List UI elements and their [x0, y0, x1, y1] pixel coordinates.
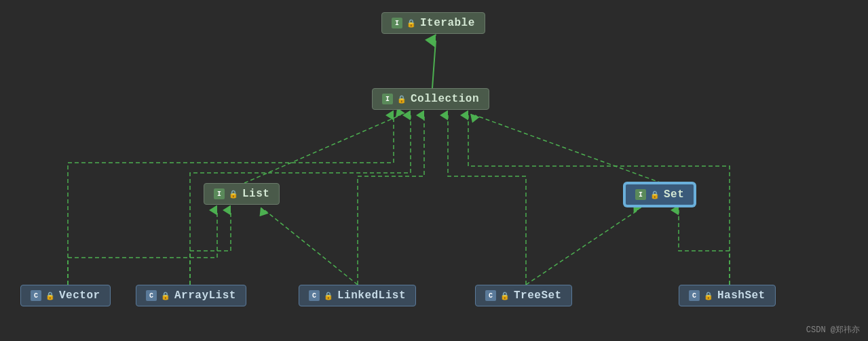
node-vector[interactable]: C 🔒 Vector — [20, 285, 111, 306]
svg-line-5 — [265, 210, 358, 285]
label-iterable: Iterable — [420, 17, 475, 29]
label-hashset: HashSet — [717, 289, 766, 302]
label-collection: Collection — [411, 93, 479, 105]
class-icon-vector: C — [31, 290, 41, 301]
svg-line-2 — [432, 41, 436, 88]
diagram-container: I 🔒 Iterable I 🔒 Collection I 🔒 List I 🔒… — [0, 0, 868, 341]
lock-icon-linkedlist: 🔒 — [324, 292, 333, 300]
lock-icon-treeset: 🔒 — [500, 292, 510, 300]
lock-icon-vector: 🔒 — [45, 292, 55, 300]
class-icon-treeset: C — [485, 290, 496, 301]
node-arraylist[interactable]: C 🔒 ArrayList — [136, 285, 246, 306]
lock-icon-set: 🔒 — [650, 190, 660, 199]
label-set: Set — [664, 188, 684, 201]
lock-icon-list: 🔒 — [229, 190, 238, 199]
svg-line-4 — [475, 115, 662, 183]
node-linkedlist[interactable]: C 🔒 LinkedList — [299, 285, 416, 306]
interface-icon-collection: I — [382, 94, 393, 104]
interface-icon-set: I — [635, 189, 646, 200]
interface-icon-iterable: I — [392, 18, 402, 28]
node-collection[interactable]: I 🔒 Collection — [372, 88, 489, 110]
interface-icon-list: I — [214, 188, 225, 199]
svg-line-6 — [526, 210, 638, 285]
node-treeset[interactable]: C 🔒 TreeSet — [475, 285, 572, 306]
class-icon-hashset: C — [689, 290, 700, 301]
label-treeset: TreeSet — [514, 289, 562, 302]
label-list: List — [242, 188, 269, 200]
label-vector: Vector — [59, 289, 100, 302]
lock-icon-hashset: 🔒 — [704, 292, 713, 300]
svg-line-3 — [244, 115, 400, 183]
node-set[interactable]: I 🔒 Set — [624, 183, 695, 206]
label-linkedlist: LinkedList — [337, 289, 406, 302]
watermark: CSDN @郑祎亦 — [806, 324, 860, 336]
lock-icon-collection: 🔒 — [397, 95, 407, 104]
class-icon-linkedlist: C — [309, 290, 320, 301]
node-list[interactable]: I 🔒 List — [204, 183, 280, 205]
node-hashset[interactable]: C 🔒 HashSet — [679, 285, 776, 306]
lock-icon-iterable: 🔒 — [407, 19, 416, 28]
class-icon-arraylist: C — [146, 290, 157, 301]
lock-icon-arraylist: 🔒 — [161, 292, 170, 300]
label-arraylist: ArrayList — [174, 289, 236, 302]
node-iterable[interactable]: I 🔒 Iterable — [381, 12, 485, 34]
